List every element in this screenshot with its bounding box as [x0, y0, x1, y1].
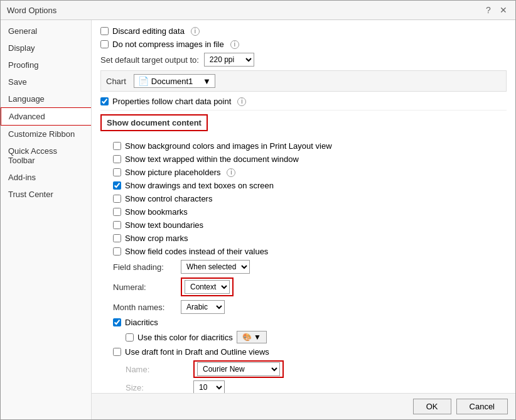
control-chars-checkbox[interactable]: [113, 195, 121, 203]
chart-label: Chart: [106, 77, 126, 86]
ppi-select[interactable]: 220 ppi 150 ppi 96 ppi: [204, 53, 254, 67]
field-shading-label: Field shading:: [113, 262, 176, 272]
properties-row: Properties follow chart data point i: [100, 97, 507, 106]
bg-colors-checkbox[interactable]: [113, 142, 121, 150]
picture-placeholders-text: Show picture placeholders: [125, 168, 220, 177]
draft-font-text: Use draft font in Draft and Outline view…: [125, 347, 269, 357]
picture-placeholders-checkbox[interactable]: [113, 168, 121, 176]
no-compress-checkbox[interactable]: [100, 40, 109, 48]
properties-label[interactable]: Properties follow chart data point i: [100, 97, 246, 106]
discard-editing-info-icon[interactable]: i: [191, 27, 200, 36]
show-doc-content-header: Show document content: [100, 114, 208, 131]
bookmarks-label[interactable]: Show bookmarks: [113, 207, 188, 217]
text-boundaries-text: Show text boundaries: [125, 220, 203, 230]
diacritics-label[interactable]: Diacritics: [113, 318, 158, 327]
sidebar-item-proofing[interactable]: Proofing: [1, 57, 91, 73]
size-row: Size: 8 9 10 11 12: [100, 380, 507, 393]
size-select[interactable]: 8 9 10 11 12: [193, 380, 225, 393]
bg-colors-label[interactable]: Show background colors and images in Pri…: [113, 141, 332, 151]
chart-dropdown-arrow: ▼: [203, 77, 211, 86]
field-codes-label[interactable]: Show field codes instead of their values: [113, 247, 268, 256]
sidebar-item-add-ins[interactable]: Add-ins: [1, 169, 91, 186]
sidebar-item-display[interactable]: Display: [1, 40, 91, 57]
text-wrapped-checkbox[interactable]: [113, 155, 121, 163]
bg-colors-row: Show background colors and images in Pri…: [100, 141, 507, 151]
chart-doc-label: Document1: [151, 77, 193, 86]
titlebar: Word Options ? ✕: [1, 1, 515, 20]
use-color-text: Use this color for diacritics: [137, 333, 233, 342]
use-color-checkbox[interactable]: [126, 333, 134, 342]
field-shading-select[interactable]: Never When selected Always: [181, 260, 250, 274]
numeral-box: Context Arabic Hindi Farsi: [181, 277, 234, 296]
diacritics-checkbox[interactable]: [113, 318, 121, 326]
text-wrapped-text: Show text wrapped within the document wi…: [125, 154, 299, 164]
sidebar-item-language[interactable]: Language: [1, 90, 91, 107]
picture-placeholders-info-icon[interactable]: i: [227, 168, 235, 177]
sidebar-item-advanced[interactable]: Advanced: [1, 107, 91, 126]
dialog-body: General Display Proofing Save Language A…: [1, 20, 515, 419]
control-chars-row: Show control characters: [100, 194, 507, 203]
close-button[interactable]: ✕: [498, 4, 509, 16]
month-names-label: Month names:: [113, 303, 176, 312]
titlebar-buttons: ? ✕: [483, 4, 509, 16]
drawings-label[interactable]: Show drawings and text boxes on screen: [113, 181, 274, 190]
bg-colors-text: Show background colors and images in Pri…: [125, 141, 332, 151]
no-compress-text: Do not compress images in file: [112, 40, 224, 49]
help-button[interactable]: ?: [483, 4, 494, 16]
name-box: Courier New Arial Times New Roman: [193, 360, 284, 378]
bookmarks-text: Show bookmarks: [125, 207, 188, 217]
main-content: Discard editing data i Do not compress i…: [92, 20, 515, 419]
properties-checkbox[interactable]: [100, 97, 109, 105]
use-color-label[interactable]: Use this color for diacritics: [126, 333, 233, 342]
sidebar-item-trust-center[interactable]: Trust Center: [1, 186, 91, 203]
discard-editing-checkbox[interactable]: [100, 27, 109, 35]
no-compress-label[interactable]: Do not compress images in file i: [100, 40, 239, 49]
size-label: Size:: [126, 383, 188, 392]
sidebar-item-customize-ribbon[interactable]: Customize Ribbon: [1, 126, 91, 143]
properties-info-icon[interactable]: i: [237, 97, 246, 106]
ok-button[interactable]: OK: [413, 399, 451, 414]
no-compress-info-icon[interactable]: i: [230, 40, 239, 49]
no-compress-row: Do not compress images in file i: [100, 40, 507, 49]
name-label: Name:: [126, 365, 188, 374]
properties-text: Properties follow chart data point: [112, 97, 231, 106]
chart-dropdown[interactable]: 📄 Document1 ▼: [134, 74, 215, 88]
bookmarks-row: Show bookmarks: [100, 207, 507, 217]
month-names-row: Month names: Arabic English: [100, 300, 507, 314]
crop-marks-label[interactable]: Show crop marks: [113, 234, 188, 243]
diacritics-row: Diacritics: [100, 318, 507, 327]
control-chars-label[interactable]: Show control characters: [113, 194, 212, 203]
drawings-row: Show drawings and text boxes on screen: [100, 181, 507, 190]
sidebar-item-general[interactable]: General: [1, 23, 91, 40]
picture-placeholders-row: Show picture placeholders i: [100, 168, 507, 177]
name-select[interactable]: Courier New Arial Times New Roman: [197, 362, 280, 376]
name-row: Name: Courier New Arial Times New Roman: [100, 360, 507, 378]
color-picker-button[interactable]: 🎨 ▼: [237, 331, 267, 343]
discard-editing-label[interactable]: Discard editing data i: [100, 26, 200, 36]
discard-editing-text: Discard editing data: [112, 26, 185, 36]
document-icon: 📄: [138, 76, 149, 86]
use-color-row: Use this color for diacritics 🎨 ▼: [100, 331, 507, 343]
drawings-checkbox[interactable]: [113, 181, 121, 190]
text-wrapped-label[interactable]: Show text wrapped within the document wi…: [113, 154, 299, 164]
field-codes-checkbox[interactable]: [113, 247, 121, 256]
cancel-button[interactable]: Cancel: [456, 399, 508, 414]
numeral-row: Numeral: Context Arabic Hindi Farsi: [100, 277, 507, 296]
numeral-select[interactable]: Context Arabic Hindi Farsi: [185, 280, 230, 294]
text-boundaries-label[interactable]: Show text boundaries: [113, 220, 203, 230]
crop-marks-checkbox[interactable]: [113, 234, 121, 242]
draft-font-label[interactable]: Use draft font in Draft and Outline view…: [113, 347, 269, 357]
month-names-select[interactable]: Arabic English: [181, 300, 225, 314]
bookmarks-checkbox[interactable]: [113, 208, 121, 216]
sidebar-item-save[interactable]: Save: [1, 73, 91, 90]
draft-font-row: Use draft font in Draft and Outline view…: [100, 347, 507, 357]
drawings-text: Show drawings and text boxes on screen: [125, 181, 274, 190]
control-chars-text: Show control characters: [125, 194, 212, 203]
text-boundaries-checkbox[interactable]: [113, 221, 121, 229]
draft-font-checkbox[interactable]: [113, 348, 121, 356]
content-area: Discard editing data i Do not compress i…: [92, 20, 515, 393]
sidebar: General Display Proofing Save Language A…: [1, 20, 92, 419]
sidebar-item-quick-access[interactable]: Quick Access Toolbar: [1, 143, 91, 169]
picture-placeholders-label[interactable]: Show picture placeholders i: [113, 168, 235, 177]
text-wrapped-row: Show text wrapped within the document wi…: [100, 154, 507, 164]
